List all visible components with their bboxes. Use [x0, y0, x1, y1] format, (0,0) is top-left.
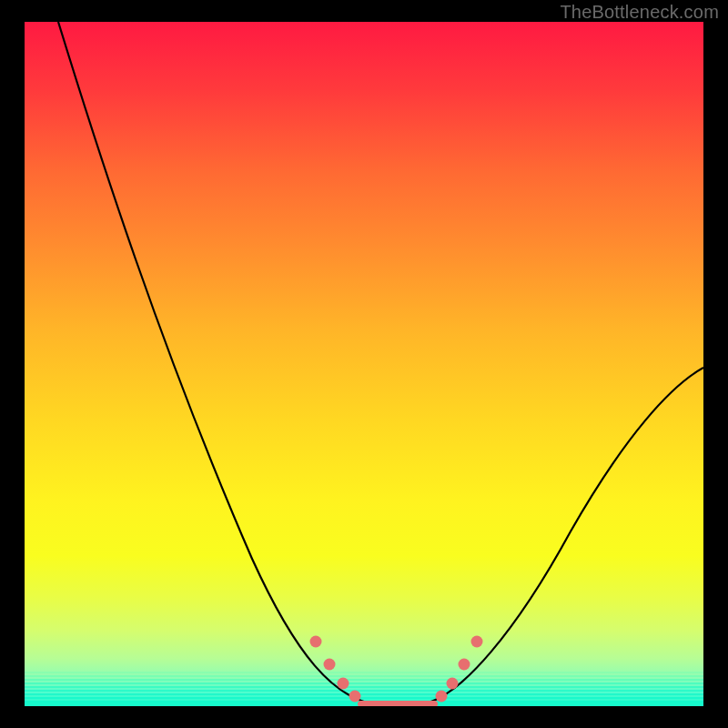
valley-underline	[358, 701, 438, 706]
valley-dots-group	[310, 636, 483, 703]
chart-plot-area	[25, 22, 703, 706]
valley-dot	[459, 659, 470, 671]
valley-dot	[471, 636, 483, 648]
valley-dot	[324, 659, 336, 671]
valley-dot	[447, 678, 459, 690]
valley-dot	[310, 636, 322, 648]
curve-left	[58, 22, 370, 703]
watermark-text: TheBottleneck.com	[560, 2, 719, 23]
valley-dot	[338, 678, 349, 690]
chart-svg-layer	[25, 22, 703, 706]
valley-dot	[436, 691, 448, 703]
valley-dot	[349, 691, 361, 703]
curve-right	[425, 368, 703, 703]
